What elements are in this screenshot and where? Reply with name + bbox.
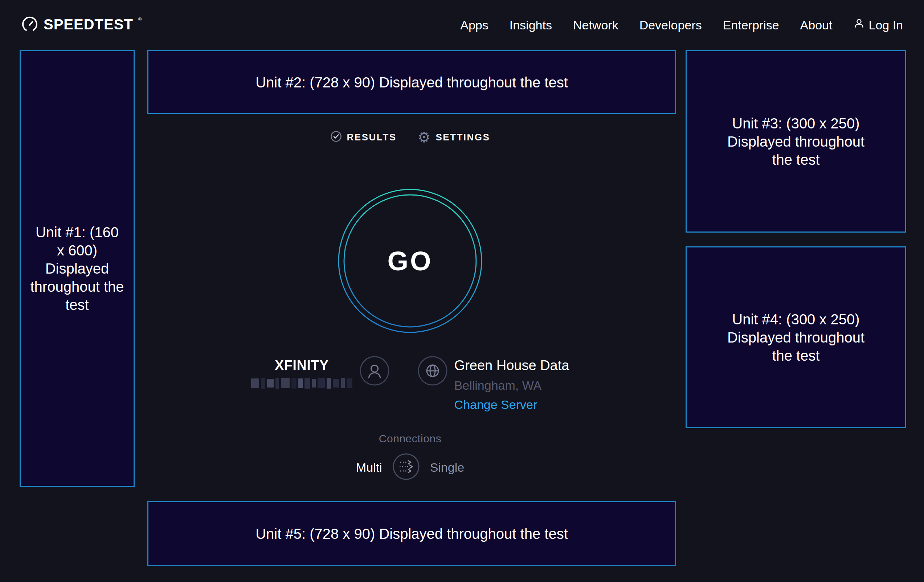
view-tabs: RESULTS ⚙ SETTINGS — [135, 130, 686, 144]
isp-block: XFINITY — [251, 356, 390, 389]
person-circle-icon — [359, 356, 390, 387]
logo[interactable]: SPEEDTEST ® — [21, 16, 142, 35]
speedometer-icon — [21, 16, 38, 35]
ad-unit-3[interactable]: Unit #3: (300 x 250) Displayed throughou… — [686, 50, 906, 232]
speedtest-page: SPEEDTEST ® Apps Insights Network Develo… — [0, 0, 924, 582]
multi-connection-icon[interactable] — [392, 453, 420, 482]
login-button[interactable]: Log In — [853, 18, 903, 32]
tab-results-label: RESULTS — [347, 132, 397, 143]
logo-text: SPEEDTEST — [43, 16, 133, 33]
globe-circle-icon — [417, 356, 448, 387]
connections-single-option[interactable]: Single — [430, 460, 465, 475]
isp-info: XFINITY — [251, 356, 353, 389]
isp-name: XFINITY — [275, 358, 329, 373]
nav-item-insights[interactable]: Insights — [510, 18, 552, 32]
connections-label: Connections — [379, 432, 441, 445]
logo-trademark: ® — [138, 17, 142, 22]
tab-results[interactable]: RESULTS — [330, 130, 397, 144]
connections-multi-option[interactable]: Multi — [356, 460, 382, 475]
tab-settings-label: SETTINGS — [436, 132, 490, 143]
tab-settings[interactable]: ⚙ SETTINGS — [418, 130, 490, 144]
server-location: Bellingham, WA — [454, 378, 569, 392]
ad-unit-1-text: Unit #1: (160 x 600) Displayed throughou… — [21, 223, 134, 314]
ad-unit-5-text: Unit #5: (728 x 90) Displayed throughout… — [256, 525, 568, 543]
nav-item-about[interactable]: About — [800, 18, 833, 32]
server-info: Green House Data Bellingham, WA Change S… — [454, 356, 569, 412]
check-circle-icon — [330, 130, 342, 144]
ad-unit-3-text: Unit #3: (300 x 250) Displayed throughou… — [686, 114, 905, 169]
nav-item-enterprise[interactable]: Enterprise — [723, 18, 779, 32]
go-button-label: GO — [337, 188, 483, 334]
ad-unit-2[interactable]: Unit #2: (728 x 90) Displayed throughout… — [147, 50, 676, 114]
host-row: XFINITY — [135, 356, 686, 412]
server-block: Green House Data Bellingham, WA Change S… — [417, 356, 569, 412]
nav-item-developers[interactable]: Developers — [639, 18, 702, 32]
nav-item-network[interactable]: Network — [573, 18, 619, 32]
ad-unit-1[interactable]: Unit #1: (160 x 600) Displayed throughou… — [20, 50, 135, 487]
ad-unit-4[interactable]: Unit #4: (300 x 250) Displayed throughou… — [686, 246, 906, 428]
isp-detail-redacted — [251, 378, 352, 389]
ad-unit-4-text: Unit #4: (300 x 250) Displayed throughou… — [686, 310, 905, 364]
nav-item-apps[interactable]: Apps — [460, 18, 488, 32]
ad-unit-2-text: Unit #2: (728 x 90) Displayed throughout… — [256, 73, 568, 91]
login-label: Log In — [868, 18, 903, 32]
connections-toggle-row: Multi Single — [356, 453, 464, 482]
main-nav: Apps Insights Network Developers Enterpr… — [460, 18, 903, 32]
gear-icon: ⚙ — [418, 130, 431, 144]
server-name: Green House Data — [454, 358, 569, 373]
connections-section: Connections Multi Single — [135, 432, 686, 482]
user-icon — [853, 18, 865, 32]
change-server-link[interactable]: Change Server — [454, 398, 569, 412]
go-button[interactable]: GO — [337, 188, 483, 334]
ad-unit-5[interactable]: Unit #5: (728 x 90) Displayed throughout… — [147, 501, 676, 566]
header: SPEEDTEST ® Apps Insights Network Develo… — [0, 0, 924, 50]
